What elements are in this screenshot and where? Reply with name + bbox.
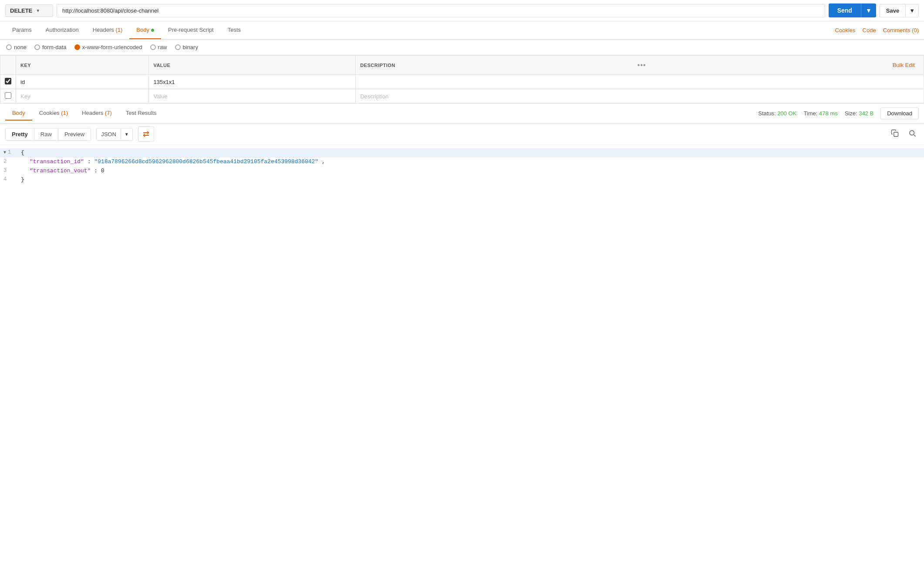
row-value-cell[interactable]: 135x1x1	[149, 75, 356, 89]
more-options-icon[interactable]: •••	[637, 61, 646, 69]
resp-tab-test-results[interactable]: Test Results	[119, 106, 164, 121]
format-preview-button[interactable]: Preview	[58, 128, 91, 140]
top-bar: DELETE ▼ Send ▼ Save ▼	[0, 0, 924, 21]
time-label: Time: 478 ms	[803, 110, 837, 117]
resp-tab-body[interactable]: Body	[5, 106, 32, 121]
response-toolbar: Pretty Raw Preview JSON ▼ ⇄	[0, 124, 924, 145]
svg-rect-0	[894, 132, 898, 137]
row-checkbox-cell	[0, 75, 16, 89]
th-key: KEY	[16, 56, 149, 75]
copy-button[interactable]	[888, 128, 901, 141]
send-button[interactable]: Send ▼	[829, 3, 876, 17]
search-button[interactable]	[906, 128, 919, 141]
line-number-2: 2	[3, 158, 21, 166]
table-row: id 135x1x1	[0, 75, 924, 89]
th-description: DESCRIPTION ••• Bulk Edit	[356, 56, 924, 75]
time-value: 478 ms	[819, 110, 838, 117]
bulk-edit-button[interactable]: Bulk Edit	[888, 59, 919, 71]
size-label: Size: 342 B	[845, 110, 874, 117]
code-line-3: 3 "transaction_vout" : 0	[0, 167, 924, 176]
save-dropdown-icon[interactable]: ▼	[905, 4, 918, 17]
tab-pre-request[interactable]: Pre-request Script	[161, 21, 221, 39]
tab-body[interactable]: Body	[129, 21, 161, 39]
line-number-4: 4	[3, 175, 21, 184]
placeholder-description-cell[interactable]: Description	[356, 89, 924, 104]
tab-headers[interactable]: Headers (1)	[86, 21, 130, 39]
placeholder-checkbox-cell	[0, 89, 16, 104]
body-type-raw[interactable]: raw	[150, 44, 167, 50]
radio-urlencoded-icon	[74, 44, 80, 50]
request-tab-nav: Params Authorization Headers (1) Body Pr…	[0, 21, 924, 40]
code-editor: ▼ 1 { 2 "transaction_id" : "918a7896266d…	[0, 145, 924, 319]
comments-link[interactable]: Comments (0)	[883, 27, 919, 34]
radio-none-icon	[6, 44, 12, 50]
status-value: 200 OK	[777, 110, 796, 117]
body-type-none[interactable]: none	[6, 44, 27, 50]
radio-form-data-icon	[34, 44, 40, 50]
url-input[interactable]	[57, 4, 825, 17]
cookies-link[interactable]: Cookies	[835, 27, 856, 34]
th-checkbox	[0, 56, 16, 75]
row-description-cell[interactable]	[356, 75, 924, 89]
svg-line-2	[914, 135, 916, 137]
code-line-4: 4 }	[0, 175, 924, 185]
json-dropdown-icon[interactable]: ▼	[121, 129, 132, 139]
tab-authorization[interactable]: Authorization	[39, 21, 86, 39]
resp-tab-cookies[interactable]: Cookies (1)	[32, 106, 75, 121]
copy-icon	[891, 129, 899, 137]
code-link[interactable]: Code	[863, 27, 876, 34]
table-placeholder-row: Key Value Description	[0, 89, 924, 104]
body-type-urlencoded[interactable]: x-www-form-urlencoded	[74, 44, 142, 50]
row-key-cell[interactable]: id	[16, 75, 149, 89]
wrap-icon: ⇄	[143, 130, 149, 138]
placeholder-checkbox[interactable]	[5, 92, 11, 99]
body-type-binary[interactable]: binary	[175, 44, 198, 50]
send-label: Send	[829, 3, 861, 17]
save-label: Save	[880, 4, 905, 17]
body-active-dot	[151, 29, 154, 32]
radio-raw-icon	[150, 44, 156, 50]
placeholder-value-cell[interactable]: Value	[149, 89, 356, 104]
resp-tab-headers[interactable]: Headers (7)	[75, 106, 119, 121]
th-value: VALUE	[149, 56, 356, 75]
line-number-1: ▼ 1	[3, 148, 21, 157]
row-checkbox[interactable]	[5, 78, 11, 84]
response-meta: Status: 200 OK Time: 478 ms Size: 342 B …	[758, 107, 919, 119]
download-button[interactable]: Download	[880, 107, 919, 119]
method-label: DELETE	[10, 7, 32, 14]
method-select[interactable]: DELETE ▼	[5, 4, 53, 17]
svg-point-1	[910, 131, 914, 135]
wrap-button[interactable]: ⇄	[138, 126, 154, 142]
tab-params[interactable]: Params	[5, 21, 39, 39]
method-chevron-icon: ▼	[36, 8, 40, 13]
format-pretty-button[interactable]: Pretty	[6, 128, 34, 140]
size-value: 342 B	[859, 110, 873, 117]
body-type-bar: none form-data x-www-form-urlencoded raw…	[0, 40, 924, 55]
code-line-2: 2 "transaction_id" : "918a7896266d8cd596…	[0, 158, 924, 167]
json-format-select: JSON ▼	[96, 128, 133, 141]
response-tab-bar: Body Cookies (1) Headers (7) Test Result…	[0, 104, 924, 124]
collapse-arrow-icon[interactable]: ▼	[3, 149, 6, 156]
line-number-3: 3	[3, 167, 21, 175]
response-tool-right	[888, 128, 919, 141]
tab-right-links: Cookies Code Comments (0)	[835, 27, 919, 34]
send-dropdown-icon[interactable]: ▼	[861, 3, 876, 17]
placeholder-key-cell[interactable]: Key	[16, 89, 149, 104]
body-type-form-data[interactable]: form-data	[34, 44, 67, 50]
search-icon	[908, 129, 916, 137]
json-label: JSON	[97, 128, 121, 140]
tab-tests[interactable]: Tests	[221, 21, 248, 39]
code-line-1: ▼ 1 {	[0, 148, 924, 158]
status-label: Status: 200 OK	[758, 110, 796, 117]
save-button[interactable]: Save ▼	[880, 4, 919, 17]
format-raw-button[interactable]: Raw	[34, 128, 58, 140]
format-buttons: Pretty Raw Preview	[5, 128, 91, 141]
radio-binary-icon	[175, 44, 181, 50]
params-table: KEY VALUE DESCRIPTION ••• Bulk Edit id 1…	[0, 55, 924, 104]
